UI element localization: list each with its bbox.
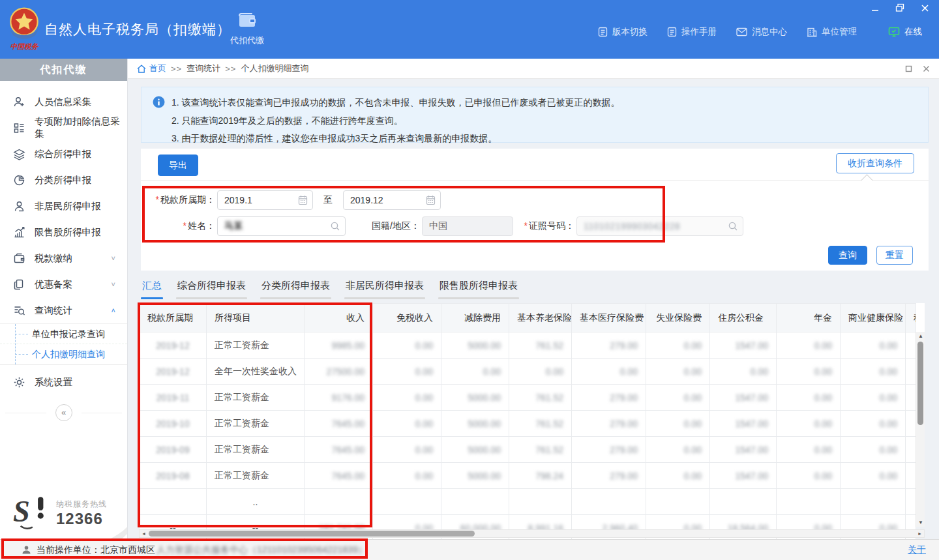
period-to-input[interactable]: 2019.12: [343, 190, 441, 210]
col-unemployment-insurance: 失业保险费: [646, 304, 710, 332]
sidebar-item-system-settings[interactable]: 系统设置: [0, 369, 127, 395]
main-content: 首页 >> 查询统计 >> 个人扣缴明细查询 1.: [128, 59, 939, 560]
income-item-cell: 正常工资薪金: [207, 437, 305, 463]
svg-text:S: S: [13, 495, 30, 528]
breadcrumb-level2: 个人扣缴明细查询: [241, 63, 308, 74]
sidebar-subitem-unit-declare-records[interactable]: 单位申报记录查询: [0, 324, 127, 344]
sidebar: 代扣代缴 人员信息采集 专项附加扣除信息采集 综合所得申报: [0, 59, 128, 560]
table-row[interactable]: 2019-08 正常工资薪金 7645.00 0.00 5000.00 798.…: [140, 463, 916, 489]
sidebar-item-restricted-stock[interactable]: 限售股所得申报: [0, 219, 127, 245]
scroll-up-icon[interactable]: ▲: [916, 332, 925, 340]
query-stats-icon: [13, 304, 26, 317]
tab-daikou-daijiao[interactable]: 代扣代缴: [226, 12, 269, 46]
online-status-icon: [888, 27, 900, 37]
result-table-wrap: 税款所属期 所得项目 收入 免税收入 减除费用 基本养老保险费 基本医疗保险费 …: [139, 303, 925, 527]
table-row[interactable]: 2019-11 正常工资薪金 9176.00 0.00 5000.00 761.…: [140, 385, 916, 411]
tab-nonresident[interactable]: 非居民所得申报表: [344, 280, 425, 299]
nationality-label: 国籍/地区：: [355, 220, 420, 232]
document-icon: [667, 27, 677, 37]
scroll-down-icon[interactable]: ▼: [916, 518, 925, 527]
panel-close-icon[interactable]: [923, 65, 930, 72]
collapse-sidebar-icon[interactable]: «: [55, 404, 72, 421]
name-input[interactable]: 马某: [217, 216, 346, 236]
menu-unit-management[interactable]: 单位管理: [807, 26, 857, 38]
withholding-detail-table: 税款所属期 所得项目 收入 免税收入 减除费用 基本养老保险费 基本医疗保险费 …: [139, 303, 916, 541]
sidebar-item-nonresident-income[interactable]: 非居民所得申报: [0, 193, 127, 219]
hotline-caption: 纳税服务热线: [56, 499, 107, 510]
horizontal-scrollbar[interactable]: ◄ ►: [139, 529, 925, 538]
tab-classified[interactable]: 分类所得申报表: [260, 280, 331, 299]
col-medical-insurance: 基本医疗保险费: [572, 304, 646, 332]
period-row: *税款所属期： 2019.1 至 2019.12: [141, 190, 929, 210]
menu-online-status[interactable]: 在线: [888, 26, 922, 38]
sidebar-item-comprehensive-income[interactable]: 综合所得申报: [0, 141, 127, 167]
col-tax-free-income: 免税收入: [373, 304, 441, 332]
breadcrumb-home[interactable]: 首页: [137, 63, 166, 74]
calendar-icon[interactable]: [298, 195, 308, 205]
income-item-cell: 正常工资薪金: [207, 411, 305, 437]
sidebar-item-classified-income[interactable]: 分类所得申报: [0, 167, 127, 193]
query-button[interactable]: 查询: [828, 246, 867, 265]
user-icon: [22, 545, 31, 555]
home-icon: [137, 65, 146, 73]
app-header: 中国税务 自然人电子税务局（扣缴端） 代扣代缴 版本切换: [0, 0, 939, 59]
table-row[interactable]: 2019-10 正常工资薪金 7645.00 0.00 5000.00 761.…: [140, 411, 916, 437]
app-title: 自然人电子税务局（扣缴端）: [44, 20, 231, 38]
chevron-down-icon: ˅: [112, 254, 115, 262]
table-row[interactable]: 2019-12 正常工资薪金 9985.00 0.00 5000.00 761.…: [140, 332, 916, 359]
sidebar-item-query-statistics[interactable]: 查询统计 ˄: [0, 297, 127, 323]
close-icon[interactable]: [919, 3, 930, 13]
current-unit-redacted: 人力资源公共服务中心（12110102395064221839）: [156, 544, 367, 556]
id-number-input[interactable]: 110102199903042228: [576, 216, 743, 236]
vertical-scrollbar[interactable]: ▲ ▼: [916, 332, 925, 527]
notice-box: 1. 该查询统计表仅能查询已申报成功的数据，不包含未申报、申报失败，已申报但已作…: [141, 87, 929, 143]
breadcrumb-level1[interactable]: 查询统计: [186, 63, 220, 74]
reset-button[interactable]: 重置: [876, 246, 913, 265]
table-header-row: 税款所属期 所得项目 收入 免税收入 减除费用 基本养老保险费 基本医疗保险费 …: [140, 304, 916, 332]
search-icon[interactable]: [728, 221, 738, 231]
primary-tab-label: 代扣代缴: [226, 35, 269, 46]
scroll-left-icon[interactable]: ◄: [140, 530, 148, 537]
hotline-block: S 纳税服务热线 12366: [13, 494, 107, 533]
chevron-up-icon: ˄: [112, 306, 115, 314]
tab-restricted-stock[interactable]: 限售股所得申报表: [438, 280, 519, 299]
menu-message-center[interactable]: 消息中心: [736, 26, 787, 38]
calendar-icon[interactable]: [426, 195, 436, 205]
horizontal-scroll-thumb[interactable]: [149, 531, 475, 537]
minimize-icon[interactable]: [870, 3, 880, 13]
notice-line: 3. 由于数据处理的滞后性，建议您在申报成功3天之后再来查询最新的申报数据。: [171, 130, 916, 148]
sidebar-subitem-personal-withholding-detail[interactable]: 个人扣缴明细查询: [0, 344, 127, 364]
sidebar-item-special-deduction[interactable]: 专项附加扣除信息采集: [0, 115, 127, 141]
current-unit-label: 当前操作单位：: [37, 544, 100, 556]
menu-manual[interactable]: 操作手册: [667, 26, 717, 38]
table-row[interactable]: 2019-09 正常工资薪金 7645.00 0.00 5000.00 761.…: [140, 437, 916, 463]
query-panel: 导出 收折查询条件 *税款所属期： 2019.1 至 2019.12: [141, 149, 929, 271]
payment-wallet-icon: [13, 252, 26, 265]
form-list-icon: [13, 121, 26, 134]
query-statistics-submenu: 单位申报记录查询 个人扣缴明细查询: [0, 323, 127, 365]
pie-chart-icon: [13, 173, 26, 186]
vertical-scroll-thumb[interactable]: [917, 342, 923, 425]
sidebar-item-tax-payment[interactable]: 税款缴纳 ˅: [0, 245, 127, 271]
income-item-cell: 正常工资薪金: [207, 332, 305, 359]
search-icon[interactable]: [330, 221, 340, 231]
window-controls: [870, 3, 930, 13]
about-link[interactable]: 关于: [908, 544, 926, 556]
period-from-input[interactable]: 2019.1: [217, 190, 313, 210]
menu-version-switch[interactable]: 版本切换: [598, 26, 648, 38]
col-income: 收入: [305, 304, 373, 332]
sidebar-item-preferential-record[interactable]: 优惠备案 ˅: [0, 271, 127, 297]
tab-comprehensive[interactable]: 综合所得申报表: [176, 280, 247, 299]
scroll-right-icon[interactable]: ►: [916, 530, 924, 537]
export-button[interactable]: 导出: [158, 155, 198, 176]
gear-icon: [13, 376, 26, 389]
table-row[interactable]: 2019-12 全年一次性奖金收入 27500.00 0.00 0.00 0.0…: [140, 359, 916, 385]
wallet-icon: [237, 12, 257, 29]
tab-summary[interactable]: 汇总: [141, 280, 163, 299]
restore-icon[interactable]: [895, 3, 905, 13]
sidebar-item-personnel-info[interactable]: 人员信息采集: [0, 89, 127, 115]
collapse-query-button[interactable]: 收折查询条件: [836, 153, 914, 173]
panel-maximize-icon[interactable]: [905, 65, 912, 72]
document-icon: [598, 27, 608, 37]
to-label: 至: [313, 194, 343, 206]
